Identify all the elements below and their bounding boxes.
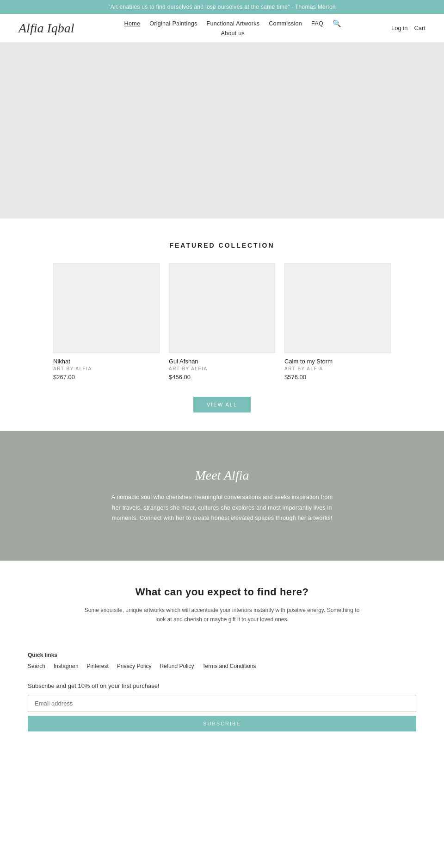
banner-text: "Art enables us to find ourselves and lo…	[108, 4, 336, 10]
product-image-gul-afshan	[169, 263, 275, 353]
footer-link-privacy[interactable]: Privacy Policy	[117, 663, 152, 669]
products-grid: Nikhat ART BY ALFIA $267.00 Gul Afshan A…	[18, 263, 426, 381]
top-banner: "Art enables us to find ourselves and lo…	[0, 0, 444, 14]
search-icon[interactable]: 🔍	[333, 19, 341, 28]
nav-bottom-row: About us	[221, 30, 245, 37]
product-name-nikhat: Nikhat	[53, 358, 160, 365]
nav-item-home[interactable]: Home	[124, 20, 141, 27]
logo[interactable]: Alfia Iqbal	[18, 21, 74, 36]
product-name-calm: Calm to my Storm	[284, 358, 391, 365]
nav-item-original-paintings[interactable]: Original Paintings	[149, 20, 197, 27]
subscribe-label: Subscribe and get 10% off on your first …	[28, 682, 416, 689]
product-price-calm: $576.00	[284, 374, 391, 381]
product-card-nikhat[interactable]: Nikhat ART BY ALFIA $267.00	[53, 263, 160, 381]
footer-link-search[interactable]: Search	[28, 663, 45, 669]
nav-item-about[interactable]: About us	[221, 30, 245, 37]
email-input[interactable]	[28, 695, 416, 712]
footer-link-instagram[interactable]: Instagram	[54, 663, 78, 669]
footer-link-pinterest[interactable]: Pinterest	[86, 663, 108, 669]
product-card-calm[interactable]: Calm to my Storm ART BY ALFIA $576.00	[284, 263, 391, 381]
meet-title: Meet Alfia	[18, 468, 426, 483]
product-price-nikhat: $267.00	[53, 374, 160, 381]
header-icons: Log in Cart	[391, 25, 426, 31]
product-price-gul-afshan: $456.00	[169, 374, 275, 381]
meet-description: A nomadic soul who cherishes meaningful …	[111, 492, 333, 524]
expect-description: Some exquisite, unique artworks which wi…	[83, 606, 361, 624]
cart-link[interactable]: Cart	[414, 25, 426, 31]
footer-link-refund[interactable]: Refund Policy	[160, 663, 194, 669]
nav-item-functional-artworks[interactable]: Functional Artworks	[207, 20, 260, 27]
product-vendor-nikhat: ART BY ALFIA	[53, 366, 160, 371]
header: Alfia Iqbal Home Original Paintings Func…	[0, 14, 444, 43]
product-image-calm	[284, 263, 391, 353]
nav-item-commission[interactable]: Commission	[269, 20, 302, 27]
nav-top-row: Home Original Paintings Functional Artwo…	[124, 19, 341, 28]
footer-link-terms[interactable]: Terms and Conditions	[202, 663, 256, 669]
product-vendor-gul-afshan: ART BY ALFIA	[169, 366, 275, 371]
expect-title: What can you expect to find here?	[28, 586, 416, 598]
product-card-gul-afshan[interactable]: Gul Afshan ART BY ALFIA $456.00	[169, 263, 275, 381]
meet-section: Meet Alfia A nomadic soul who cherishes …	[0, 431, 444, 561]
product-name-gul-afshan: Gul Afshan	[169, 358, 275, 365]
subscribe-button[interactable]: SUBSCRIBE	[28, 716, 416, 731]
product-image-nikhat	[53, 263, 160, 353]
login-link[interactable]: Log in	[391, 25, 407, 31]
quick-links-list: Search Instagram Pinterest Privacy Polic…	[28, 663, 416, 669]
quick-links-title: Quick links	[28, 652, 416, 658]
featured-title: FEATURED COLLECTION	[18, 242, 426, 249]
footer: Quick links Search Instagram Pinterest P…	[0, 638, 444, 750]
hero-section	[0, 43, 444, 219]
expect-section: What can you expect to find here? Some e…	[0, 561, 444, 638]
featured-section: FEATURED COLLECTION Nikhat ART BY ALFIA …	[0, 219, 444, 431]
main-nav: Home Original Paintings Functional Artwo…	[78, 19, 388, 37]
nav-item-faq[interactable]: FAQ	[311, 20, 323, 27]
product-vendor-calm: ART BY ALFIA	[284, 366, 391, 371]
view-all-button[interactable]: VIEW ALL	[193, 397, 251, 412]
